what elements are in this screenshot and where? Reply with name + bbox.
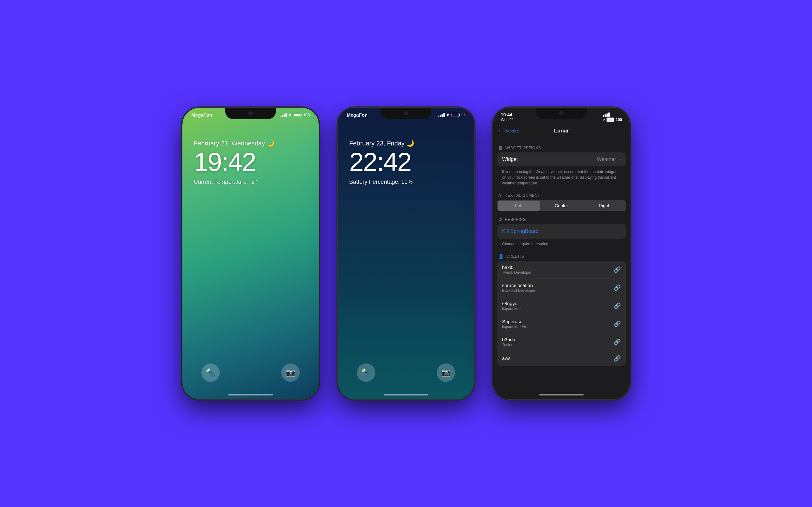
align-left-button[interactable]: Left bbox=[498, 201, 540, 211]
status-time: 19:44 bbox=[501, 112, 514, 118]
credits-header: 👤 CREDITS bbox=[493, 249, 629, 261]
lockscreen-content: February 23, Friday 🌙 22:42 Battery Perc… bbox=[338, 139, 474, 185]
credit-s8ngyu: s8ngyu libpddokdo 🔗 bbox=[497, 297, 626, 315]
status-time-block: 19:44 Wed 21 bbox=[501, 112, 514, 122]
credit-info: Superuser libpddokdo Fix bbox=[502, 319, 526, 329]
camera-button[interactable]: 📷 bbox=[281, 363, 300, 382]
credit-info: sourcelocation Backend Developer bbox=[502, 283, 536, 293]
battery-label: 100 bbox=[303, 112, 310, 117]
battery-fill-low bbox=[451, 113, 452, 116]
credit-sourcelocation: sourcelocation Backend Developer 🔗 bbox=[497, 279, 626, 297]
home-bar[interactable] bbox=[229, 394, 273, 395]
respring-label: RESPRING bbox=[505, 217, 526, 222]
lock-time: 19:42 bbox=[194, 149, 307, 175]
link-icon-aws[interactable]: 🔗 bbox=[614, 355, 621, 362]
credit-name: aws bbox=[502, 355, 511, 361]
align-center-button[interactable]: Center bbox=[540, 201, 583, 211]
notch bbox=[380, 108, 432, 119]
credit-superuser: Superuser libpddokdo Fix 🔗 bbox=[497, 315, 626, 333]
signal-icon bbox=[438, 113, 445, 117]
text-align-icon: Aᵢ bbox=[498, 193, 502, 198]
home-bar[interactable] bbox=[539, 394, 583, 395]
status-right-icons: ▿ 100 bbox=[603, 112, 622, 122]
credit-name: sourcelocation bbox=[502, 283, 536, 288]
wifi-icon: ▾ bbox=[447, 112, 449, 118]
credit-info: s8ngyu libpddokdo bbox=[502, 301, 520, 311]
link-icon-superuser[interactable]: 🔗 bbox=[614, 320, 621, 327]
credits-icon: 👤 bbox=[498, 254, 504, 259]
phone-1: MegaFon ▾ 100 February 21, Wednesday 🌙 1… bbox=[183, 108, 319, 399]
link-icon-h3nda[interactable]: 🔗 bbox=[614, 338, 621, 345]
signal-icon bbox=[603, 112, 622, 117]
notch bbox=[225, 108, 276, 119]
phone-3-screen: 19:44 Wed 21 ▿ 100 ‹ Tweaks Lunar bbox=[493, 108, 629, 399]
kill-springboard-button[interactable]: Kill SpringBoard bbox=[497, 224, 626, 239]
credits-label: CREDITS bbox=[507, 254, 524, 259]
flashlight-button[interactable]: 🔦 bbox=[357, 363, 375, 382]
camera-button[interactable]: 📷 bbox=[437, 363, 455, 382]
phone-2: MegaFon ▾ 11 February 23, Friday 🌙 22:42… bbox=[338, 108, 474, 399]
respring-icon: ↺ bbox=[498, 217, 502, 222]
respring-note: Changes require a respring. bbox=[493, 239, 629, 248]
widget-options-header: 🗓 WIDGET OPTIONS bbox=[493, 141, 629, 153]
signal-icon bbox=[280, 113, 287, 117]
credit-name: Superuser bbox=[502, 319, 526, 324]
lock-subtitle: Battery Percentage: 11% bbox=[349, 179, 463, 185]
credit-info: h3nda Tester bbox=[502, 337, 515, 347]
widget-note: If you are using the Weather widget, ens… bbox=[493, 166, 629, 187]
phone-1-screen: MegaFon ▾ 100 February 21, Wednesday 🌙 1… bbox=[183, 108, 319, 399]
camera-dot bbox=[248, 111, 253, 115]
lockscreen-content: February 21, Wednesday 🌙 19:42 Current T… bbox=[183, 139, 319, 185]
carrier-label: MegaFon bbox=[347, 112, 368, 118]
alignment-segmented-control: Left Center Right bbox=[497, 200, 626, 211]
credit-info: aws bbox=[502, 355, 511, 361]
credit-name: h3nda bbox=[502, 337, 515, 342]
battery-fill bbox=[607, 118, 614, 121]
battery-label: 11 bbox=[461, 112, 465, 117]
settings-page-title: Lunar bbox=[554, 128, 569, 134]
battery-icon bbox=[606, 118, 614, 122]
back-label: Tweaks bbox=[502, 128, 520, 134]
respring-section: ↺ RESPRING Kill SpringBoard Changes requ… bbox=[493, 213, 629, 248]
credits-section: 👤 CREDITS haxi0 Tweak Developer 🔗 source… bbox=[493, 249, 629, 366]
align-right-button[interactable]: Right bbox=[583, 201, 625, 211]
credit-role: libpddokdo Fix bbox=[502, 325, 526, 329]
back-button[interactable]: ‹ Tweaks bbox=[498, 128, 519, 134]
widget-row[interactable]: Widget Weather bbox=[497, 153, 626, 166]
widget-options-section: 🗓 WIDGET OPTIONS Widget Weather If you a… bbox=[493, 141, 629, 187]
chevron-left-icon: ‹ bbox=[498, 128, 500, 134]
lock-time: 22:42 bbox=[349, 149, 463, 175]
widget-label: Widget bbox=[502, 157, 518, 162]
battery-label: 100 bbox=[616, 118, 622, 122]
carrier-label: MegaFon bbox=[191, 112, 212, 118]
flashlight-button[interactable]: 🔦 bbox=[201, 363, 220, 382]
battery-fill bbox=[294, 114, 300, 116]
credit-role: Tester bbox=[502, 343, 515, 347]
widget-value: Weather bbox=[597, 157, 621, 162]
respring-header: ↺ RESPRING bbox=[493, 213, 629, 224]
lock-bottom-icons: 🔦 📷 bbox=[338, 363, 474, 382]
credit-role: Tweak Developer bbox=[502, 270, 531, 275]
battery-cap bbox=[459, 114, 460, 116]
text-alignment-label: TEXT ALIGNMENT bbox=[505, 193, 540, 198]
text-alignment-header: Aᵢ TEXT ALIGNMENT bbox=[493, 188, 629, 200]
lock-subtitle: Current Temperature: -2° bbox=[194, 179, 307, 185]
status-right-icons: ▾ 100 bbox=[280, 112, 310, 118]
link-icon-sourcelocation[interactable]: 🔗 bbox=[614, 284, 621, 291]
lock-bottom-icons: 🔦 📷 bbox=[183, 363, 319, 382]
camera-dot bbox=[404, 111, 408, 115]
battery-cap bbox=[615, 119, 615, 120]
link-icon-haxi0[interactable]: 🔗 bbox=[614, 266, 621, 273]
link-icon-s8ngyu[interactable]: 🔗 bbox=[614, 302, 621, 309]
settings-scroll-area[interactable]: 🗓 WIDGET OPTIONS Widget Weather If you a… bbox=[493, 141, 629, 399]
widget-options-label: WIDGET OPTIONS bbox=[506, 146, 541, 150]
calendar-icon: 🗓 bbox=[498, 146, 503, 151]
credit-role: libpddokdo bbox=[502, 306, 520, 311]
wifi-icon: ▿ bbox=[603, 117, 605, 122]
chevron-right-icon bbox=[617, 157, 621, 162]
credit-name: s8ngyu bbox=[502, 301, 520, 306]
credits-card: haxi0 Tweak Developer 🔗 sourcelocation B… bbox=[497, 261, 626, 366]
credit-name: haxi0 bbox=[502, 265, 531, 270]
home-bar[interactable] bbox=[384, 394, 428, 395]
lock-date: February 23, Friday 🌙 bbox=[349, 139, 463, 147]
